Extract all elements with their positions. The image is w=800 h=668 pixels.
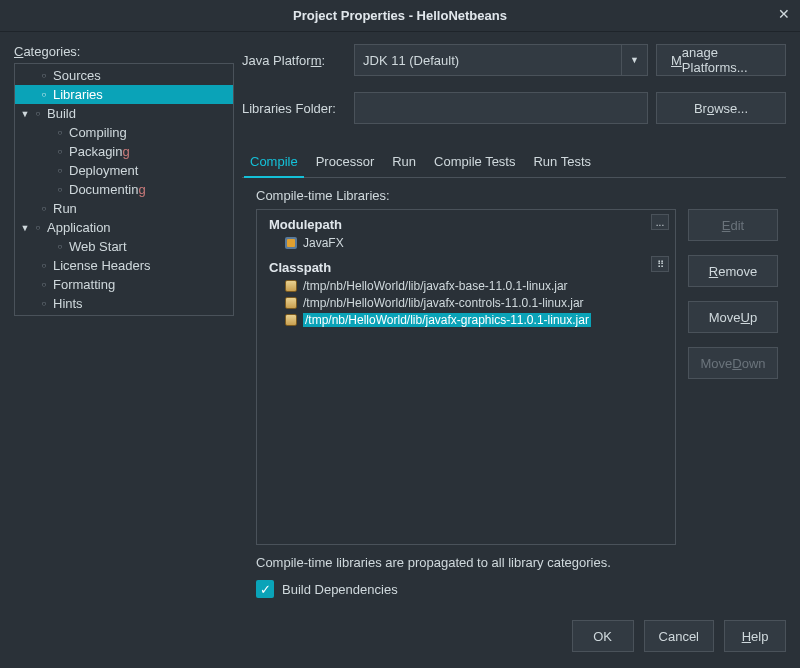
tree-license-headers[interactable]: ○License Headers	[15, 256, 233, 275]
tab-run[interactable]: Run	[390, 148, 418, 177]
tree-packaging[interactable]: ○Packaging	[15, 142, 233, 161]
classpath-group[interactable]: Classpath	[261, 257, 671, 277]
right-panel: Java Platform: JDK 11 (Default) ▼ Manage…	[242, 44, 786, 598]
dialog-window: Project Properties - HelloNetbeans ✕ Cat…	[0, 0, 800, 668]
tree-libraries[interactable]: ○Libraries	[15, 85, 233, 104]
jar-icon	[285, 314, 297, 326]
build-dependencies-label: Build Dependencies	[282, 582, 398, 597]
dialog-footer: OK Cancel Help	[0, 608, 800, 668]
move-down-button: Move Down	[688, 347, 778, 379]
titlebar: Project Properties - HelloNetbeans ✕	[0, 0, 800, 32]
tabs: Compile Processor Run Compile Tests Run …	[242, 148, 786, 178]
list-item[interactable]: JavaFX	[261, 234, 671, 251]
ok-button[interactable]: OK	[572, 620, 634, 652]
libraries-folder-label: Libraries Folder:	[242, 101, 346, 116]
tree-web-start[interactable]: ○Web Start	[15, 237, 233, 256]
java-platform-label: Java Platform:	[242, 53, 346, 68]
tree-compiling[interactable]: ○Compiling	[15, 123, 233, 142]
move-up-button[interactable]: Move Up	[688, 301, 778, 333]
chevron-down-icon: ▼	[19, 223, 31, 233]
edit-button: Edit	[688, 209, 778, 241]
tree-application[interactable]: ▼○Application	[15, 218, 233, 237]
libraries-tree[interactable]: Modulepath ... JavaFX Classpath ⠿ /tmp/n…	[256, 209, 676, 545]
tree-build[interactable]: ▼○Build	[15, 104, 233, 123]
propagation-note: Compile-time libraries are propagated to…	[256, 555, 778, 570]
build-dependencies-checkbox[interactable]: ✓	[256, 580, 274, 598]
java-platform-value: JDK 11 (Default)	[363, 53, 459, 68]
java-platform-combo[interactable]: JDK 11 (Default) ▼	[354, 44, 648, 76]
chevron-down-icon[interactable]: ▼	[621, 45, 647, 75]
compile-time-libraries-label: Compile-time Libraries:	[256, 188, 778, 203]
list-item[interactable]: /tmp/nb/HelloWorld/lib/javafx-graphics-1…	[261, 311, 671, 328]
list-item[interactable]: /tmp/nb/HelloWorld/lib/javafx-controls-1…	[261, 294, 671, 311]
libraries-folder-field[interactable]	[354, 92, 648, 124]
tree-deployment[interactable]: ○Deployment	[15, 161, 233, 180]
window-title: Project Properties - HelloNetbeans	[293, 8, 507, 23]
cancel-button[interactable]: Cancel	[644, 620, 714, 652]
tree-hints[interactable]: ○Hints	[15, 294, 233, 313]
categories-label: Categories:	[14, 44, 234, 59]
modulepath-group[interactable]: Modulepath	[261, 214, 671, 234]
tree-documenting[interactable]: ○Documenting	[15, 180, 233, 199]
close-icon[interactable]: ✕	[778, 6, 790, 22]
chevron-down-icon: ▼	[19, 109, 31, 119]
manage-platforms-button[interactable]: Manage Platforms...	[656, 44, 786, 76]
help-button[interactable]: Help	[724, 620, 786, 652]
tree-run[interactable]: ○Run	[15, 199, 233, 218]
tab-compile[interactable]: Compile	[248, 148, 300, 177]
browse-button[interactable]: Browse...	[656, 92, 786, 124]
jar-icon	[285, 280, 297, 292]
tab-processor[interactable]: Processor	[314, 148, 377, 177]
tree-sources[interactable]: ○Sources	[15, 66, 233, 85]
list-item[interactable]: /tmp/nb/HelloWorld/lib/javafx-base-11.0.…	[261, 277, 671, 294]
jar-icon	[285, 297, 297, 309]
remove-button[interactable]: Remove	[688, 255, 778, 287]
tab-compile-tests[interactable]: Compile Tests	[432, 148, 517, 177]
modulepath-more-button[interactable]: ...	[651, 214, 669, 230]
tree-formatting[interactable]: ○Formatting	[15, 275, 233, 294]
content-area: Categories: ○Sources ○Libraries ▼○Build …	[0, 32, 800, 608]
classpath-more-button[interactable]: ⠿	[651, 256, 669, 272]
categories-tree[interactable]: ○Sources ○Libraries ▼○Build ○Compiling ○…	[14, 63, 234, 316]
javafx-icon	[285, 237, 297, 249]
tab-run-tests[interactable]: Run Tests	[531, 148, 593, 177]
